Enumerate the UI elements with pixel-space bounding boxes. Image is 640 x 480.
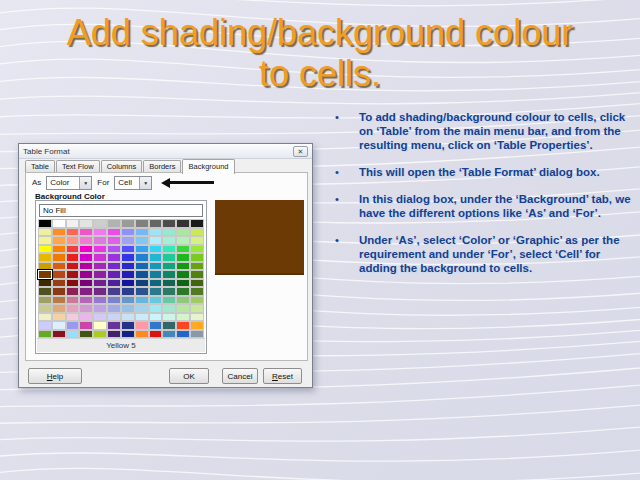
color-swatch[interactable] [150, 229, 162, 236]
color-swatch[interactable] [67, 305, 79, 312]
color-swatch[interactable] [108, 305, 120, 312]
color-swatch[interactable] [177, 220, 189, 227]
color-swatch[interactable] [53, 322, 65, 329]
color-swatch[interactable] [136, 229, 148, 236]
color-swatch[interactable] [67, 322, 79, 329]
color-swatch[interactable] [108, 288, 120, 295]
color-swatch[interactable] [53, 331, 65, 338]
tab-background[interactable]: Background [182, 159, 234, 174]
color-swatch[interactable] [163, 271, 175, 278]
color-swatch[interactable] [94, 305, 106, 312]
color-swatch[interactable] [39, 246, 51, 253]
color-swatch[interactable] [177, 314, 189, 321]
color-swatch[interactable] [163, 288, 175, 295]
color-swatch[interactable] [122, 322, 134, 329]
color-swatch[interactable] [191, 246, 203, 253]
color-swatch[interactable] [39, 229, 51, 236]
color-swatch[interactable] [122, 246, 134, 253]
color-swatch[interactable] [67, 331, 79, 338]
color-swatch[interactable] [67, 246, 79, 253]
color-swatch[interactable] [136, 314, 148, 321]
color-swatch[interactable] [122, 331, 134, 338]
color-swatch[interactable] [94, 254, 106, 261]
color-swatch[interactable] [80, 220, 92, 227]
color-swatch[interactable] [53, 305, 65, 312]
color-swatch[interactable] [177, 305, 189, 312]
color-swatch[interactable] [53, 288, 65, 295]
color-swatch[interactable] [191, 263, 203, 270]
color-swatch[interactable] [53, 220, 65, 227]
color-swatch[interactable] [108, 280, 120, 287]
color-swatch[interactable] [94, 246, 106, 253]
color-swatch[interactable] [136, 322, 148, 329]
color-swatch[interactable] [80, 331, 92, 338]
color-swatch[interactable] [39, 237, 51, 244]
color-swatch[interactable] [136, 237, 148, 244]
color-swatch[interactable] [150, 314, 162, 321]
color-swatch[interactable] [53, 280, 65, 287]
color-swatch[interactable] [177, 237, 189, 244]
color-swatch[interactable] [177, 297, 189, 304]
color-swatch[interactable] [136, 331, 148, 338]
color-swatch[interactable] [177, 254, 189, 261]
color-swatch[interactable] [163, 237, 175, 244]
color-swatch[interactable] [53, 254, 65, 261]
color-swatch[interactable] [122, 280, 134, 287]
color-swatch[interactable] [53, 271, 65, 278]
color-swatch[interactable] [150, 297, 162, 304]
color-swatch[interactable] [80, 288, 92, 295]
color-swatch[interactable] [163, 297, 175, 304]
color-swatch[interactable] [108, 220, 120, 227]
color-swatch[interactable] [94, 314, 106, 321]
color-swatch[interactable] [191, 314, 203, 321]
color-swatch[interactable] [150, 237, 162, 244]
color-swatch[interactable] [191, 229, 203, 236]
color-swatch[interactable] [191, 297, 203, 304]
color-swatch[interactable] [163, 322, 175, 329]
color-swatch[interactable] [39, 297, 51, 304]
color-swatch[interactable] [39, 220, 51, 227]
color-swatch[interactable] [108, 271, 120, 278]
color-swatch[interactable] [108, 254, 120, 261]
color-swatch[interactable] [163, 314, 175, 321]
color-swatch[interactable] [67, 220, 79, 227]
color-swatch[interactable] [150, 331, 162, 338]
color-swatch[interactable] [191, 322, 203, 329]
color-swatch[interactable] [39, 271, 51, 278]
color-swatch[interactable] [39, 263, 51, 270]
color-swatch[interactable] [67, 271, 79, 278]
color-swatch[interactable] [122, 271, 134, 278]
for-dropdown-button[interactable]: ▼ [139, 177, 151, 189]
color-swatch[interactable] [94, 297, 106, 304]
color-swatch[interactable] [150, 322, 162, 329]
color-swatch[interactable] [136, 280, 148, 287]
color-swatch[interactable] [177, 331, 189, 338]
color-swatch[interactable] [136, 305, 148, 312]
color-swatch[interactable] [122, 220, 134, 227]
color-swatch[interactable] [67, 237, 79, 244]
color-swatch[interactable] [136, 297, 148, 304]
color-swatch[interactable] [122, 305, 134, 312]
color-swatch[interactable] [80, 314, 92, 321]
color-swatch[interactable] [136, 254, 148, 261]
color-swatch[interactable] [163, 305, 175, 312]
color-swatch[interactable] [67, 229, 79, 236]
color-swatch[interactable] [39, 280, 51, 287]
cancel-button[interactable]: Cancel [222, 368, 258, 384]
color-swatch[interactable] [39, 305, 51, 312]
color-swatch[interactable] [122, 229, 134, 236]
color-swatch[interactable] [163, 220, 175, 227]
color-swatch[interactable] [53, 263, 65, 270]
color-swatch[interactable] [80, 297, 92, 304]
color-swatch[interactable] [80, 305, 92, 312]
color-swatch[interactable] [53, 237, 65, 244]
color-swatch[interactable] [191, 331, 203, 338]
color-swatch[interactable] [136, 288, 148, 295]
color-swatch[interactable] [177, 288, 189, 295]
color-swatch[interactable] [108, 297, 120, 304]
color-swatch[interactable] [80, 263, 92, 270]
color-swatch[interactable] [150, 246, 162, 253]
color-swatch[interactable] [94, 322, 106, 329]
color-swatch[interactable] [39, 331, 51, 338]
close-button[interactable]: ✕ [293, 146, 308, 157]
